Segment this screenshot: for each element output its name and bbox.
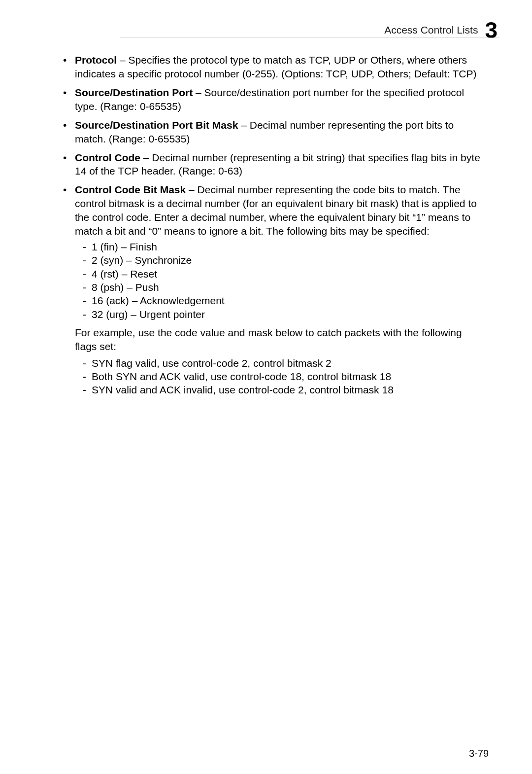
chapter-number: 3 — [485, 19, 498, 41]
list-item: SYN valid and ACK invalid, use control-c… — [75, 383, 482, 396]
list-item: SYN flag valid, use control-code 2, cont… — [75, 356, 482, 370]
page-header: Access Control Lists 3 — [384, 19, 498, 41]
header-rule — [120, 37, 499, 38]
bullet-list: Protocol – Specifies the protocol type t… — [53, 53, 482, 397]
list-item: 16 (ack) – Acknowledgement — [75, 294, 482, 307]
header-title: Access Control Lists — [384, 24, 478, 36]
bullet-desc: – Specifies the protocol type to match a… — [75, 54, 476, 79]
bullet-item: Control Code – Decimal number (represent… — [53, 151, 482, 178]
bullet-term: Protocol — [75, 54, 117, 66]
bullet-item: Protocol – Specifies the protocol type t… — [53, 53, 482, 81]
page-content: Protocol – Specifies the protocol type t… — [53, 53, 482, 402]
bullet-item: Control Code Bit Mask – Decimal number r… — [53, 183, 482, 396]
list-item: Both SYN and ACK valid, use control-code… — [75, 370, 482, 383]
bits-list: 1 (fin) – Finish 2 (syn) – Synchronize 4… — [75, 240, 482, 321]
examples-list: SYN flag valid, use control-code 2, cont… — [75, 356, 482, 397]
bullet-term: Source/Destination Port Bit Mask — [75, 119, 238, 131]
bullet-item: Source/Destination Port Bit Mask – Decim… — [53, 118, 482, 146]
bullet-term: Control Code Bit Mask — [75, 184, 186, 195]
list-item: 2 (syn) – Synchronize — [75, 253, 482, 267]
list-item: 4 (rst) – Reset — [75, 267, 482, 281]
list-item: 1 (fin) – Finish — [75, 240, 482, 253]
bullet-term: Control Code — [75, 152, 140, 163]
page-number: 3-79 — [469, 748, 489, 759]
list-item: 32 (urg) – Urgent pointer — [75, 308, 482, 321]
example-intro: For example, use the code value and mask… — [75, 326, 482, 353]
bullet-term: Source/Destination Port — [75, 87, 193, 98]
bullet-item: Source/Destination Port – Source/destina… — [53, 86, 482, 113]
list-item: 8 (psh) – Push — [75, 281, 482, 294]
